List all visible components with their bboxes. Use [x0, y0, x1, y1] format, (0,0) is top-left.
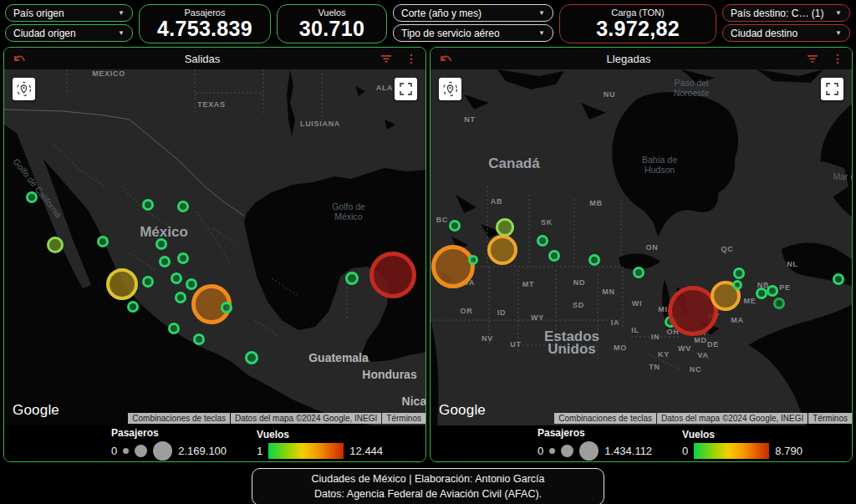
city-bubble[interactable]: [487, 235, 517, 265]
legend-flow-min: 0: [682, 445, 688, 457]
legend-size-min: 0: [111, 445, 117, 457]
filter-icon[interactable]: [805, 52, 820, 65]
city-bubble[interactable]: [186, 278, 197, 290]
map-salidas[interactable]: Google Combinaciones de teclas Datos del…: [4, 69, 425, 425]
city-bubble[interactable]: [773, 298, 785, 309]
undo-icon[interactable]: [11, 52, 26, 65]
kpi-vuelos-value: 30.710: [299, 18, 364, 39]
map-label: México: [334, 211, 362, 221]
city-bubble[interactable]: [177, 201, 189, 212]
map-data-label: Datos del mapa ©2024 Google, INEGI: [231, 413, 381, 424]
legend-vuelos-title: Vuelos: [682, 429, 802, 440]
city-bubble[interactable]: [496, 218, 514, 237]
map-label: OR: [461, 307, 473, 315]
map-llegadas[interactable]: Google Combinaciones de teclas Datos del…: [431, 69, 852, 425]
city-bubble[interactable]: [221, 302, 232, 313]
corte-dropdown[interactable]: Corte (año y mes) ▼: [393, 4, 553, 22]
city-bubble[interactable]: [431, 245, 475, 288]
pais-destino-dropdown[interactable]: País destino: C… (1) ▼: [722, 4, 850, 22]
city-bubble[interactable]: [633, 267, 645, 278]
city-bubble[interactable]: [537, 235, 548, 247]
undo-icon[interactable]: [437, 52, 452, 65]
legend-circle-large: [153, 441, 172, 461]
city-bubble[interactable]: [155, 238, 167, 250]
city-bubble[interactable]: [47, 237, 64, 253]
fullscreen-button[interactable]: [821, 78, 843, 100]
pan-to-location-button[interactable]: [439, 78, 461, 100]
city-bubble[interactable]: [588, 254, 600, 266]
tipo-servicio-dropdown[interactable]: Tipo de servicio aéreo ▼: [393, 24, 553, 42]
city-bubble[interactable]: [733, 267, 745, 279]
map-attribution: Combinaciones de teclas Datos del mapa ©…: [128, 413, 425, 424]
footer-line2: Datos: Agencia Federal de Aviación Civil…: [311, 487, 544, 502]
map-label: LUISIANA: [300, 120, 340, 128]
legend-color-gradient: [694, 443, 769, 459]
map-label: TN: [649, 363, 660, 371]
map-label: MD: [694, 336, 706, 344]
city-bubble[interactable]: [732, 280, 742, 290]
map-label: WY: [531, 313, 544, 322]
map-label: MN: [602, 288, 614, 296]
footer-line1: Ciudades de México | Elaboración: Antoni…: [311, 472, 544, 487]
city-bubble[interactable]: [756, 288, 767, 299]
city-bubble[interactable]: [468, 255, 478, 265]
map-label: AB: [491, 197, 502, 206]
legend-size-max: 2.169.100: [178, 445, 227, 457]
map-label: Mar del: [833, 171, 852, 181]
city-bubble[interactable]: [175, 292, 186, 303]
city-bubble[interactable]: [245, 351, 258, 364]
terms-link[interactable]: Términos: [382, 413, 425, 424]
kebab-menu-icon[interactable]: ⋮: [404, 52, 419, 65]
city-bubble[interactable]: [177, 252, 189, 264]
map-attribution: Combinaciones de teclas Datos del mapa ©…: [554, 413, 852, 424]
fullscreen-button[interactable]: [395, 78, 417, 100]
keyboard-shortcuts-link[interactable]: Combinaciones de teclas: [128, 413, 230, 424]
city-bubble[interactable]: [106, 268, 138, 300]
pais-origen-dropdown[interactable]: País origen ▼: [5, 4, 133, 22]
city-bubble[interactable]: [193, 333, 205, 345]
map-label: ME: [744, 297, 757, 305]
map-label: ND: [573, 278, 585, 287]
panel-salidas: Salidas ⋮: [3, 47, 426, 462]
city-bubble[interactable]: [142, 276, 154, 288]
legend-size-max: 1.434.112: [604, 445, 652, 457]
ciudad-destino-dropdown[interactable]: Ciudad destino ▼: [722, 24, 850, 42]
map-label: VA: [697, 351, 708, 359]
city-bubble[interactable]: [127, 301, 139, 313]
city-bubble[interactable]: [142, 199, 154, 211]
city-bubble[interactable]: [767, 285, 778, 297]
city-bubble[interactable]: [159, 256, 171, 267]
map-label: MA: [731, 316, 743, 324]
map-label: NV: [482, 334, 493, 343]
pais-destino-label: País destino: C… (1): [731, 8, 823, 19]
map-label: MEXICO: [92, 69, 125, 78]
map-label: SK: [541, 218, 553, 227]
map-label: ALA: [376, 84, 394, 92]
map-label: Canadá: [488, 155, 539, 172]
map-label: DE: [707, 340, 719, 349]
map-label: WI: [632, 299, 642, 308]
city-bubble[interactable]: [369, 252, 416, 298]
city-bubble[interactable]: [449, 220, 461, 232]
city-bubble[interactable]: [168, 323, 180, 334]
map-label: IN: [651, 333, 660, 341]
city-bubble[interactable]: [97, 236, 109, 247]
pan-to-location-button[interactable]: [13, 78, 35, 100]
legend-llegadas: Pasajeros 0 1.434.112 Vuelos 0 8.790: [431, 425, 852, 461]
kebab-menu-icon[interactable]: ⋮: [830, 52, 845, 65]
city-bubble[interactable]: [26, 191, 38, 203]
panel-title: Llegadas: [452, 53, 805, 65]
map-data-label: Datos del mapa ©2024 Google, INEGI: [657, 413, 808, 424]
map-label: Hudson: [645, 165, 675, 175]
terms-link[interactable]: Términos: [808, 413, 852, 424]
map-label: IL: [631, 326, 639, 334]
city-bubble[interactable]: [345, 272, 359, 285]
city-bubble[interactable]: [833, 273, 844, 285]
city-bubble[interactable]: [548, 250, 560, 262]
panel-llegadas: Llegadas ⋮: [430, 47, 853, 462]
keyboard-shortcuts-link[interactable]: Combinaciones de teclas: [554, 413, 656, 424]
filter-icon[interactable]: [379, 52, 394, 65]
map-label: IA: [611, 318, 619, 327]
ciudad-origen-dropdown[interactable]: Ciudad origen ▼: [5, 24, 133, 42]
city-bubble[interactable]: [171, 272, 182, 284]
